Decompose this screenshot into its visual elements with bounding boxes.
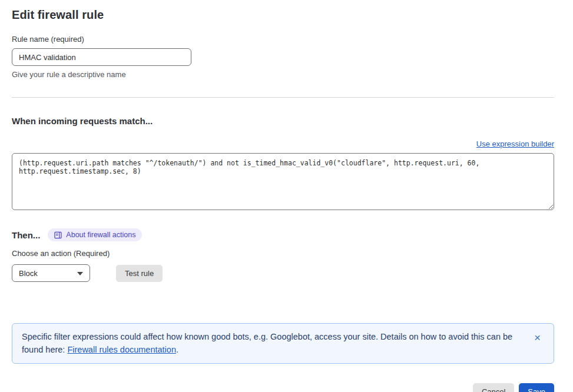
match-section-heading: When incoming requests match... — [12, 116, 554, 126]
rule-name-helper: Give your rule a descriptive name — [12, 70, 554, 79]
action-row: Block Test rule — [12, 264, 554, 282]
badge-label: About firewall actions — [66, 231, 135, 239]
then-heading: Then... — [12, 230, 40, 240]
footer-actions: Cancel Save — [12, 383, 554, 392]
use-expression-builder-link[interactable]: Use expression builder — [476, 139, 554, 148]
firewall-docs-link[interactable]: Firewall rules documentation — [67, 345, 176, 354]
rule-name-input[interactable] — [12, 48, 191, 66]
test-rule-button[interactable]: Test rule — [116, 265, 163, 282]
cancel-button[interactable]: Cancel — [473, 383, 514, 392]
then-row: Then... About firewall actions — [12, 228, 554, 241]
document-icon — [54, 231, 62, 239]
action-select[interactable]: Block — [12, 264, 90, 282]
action-select-wrap: Block — [12, 264, 90, 282]
builder-link-row: Use expression builder — [12, 138, 554, 149]
choose-action-label: Choose an action (Required) — [12, 249, 554, 258]
banner-text-period: . — [176, 345, 178, 354]
info-banner: Specific filter expressions could affect… — [12, 323, 554, 364]
about-firewall-actions-badge[interactable]: About firewall actions — [48, 228, 142, 241]
close-icon[interactable]: × — [534, 332, 541, 343]
section-divider — [12, 97, 554, 98]
page-title: Edit firewall rule — [12, 8, 554, 22]
save-button[interactable]: Save — [519, 383, 554, 392]
expression-editor[interactable]: (http.request.uri.path matches "^/tokena… — [12, 153, 554, 210]
rule-name-label: Rule name (required) — [12, 35, 554, 44]
edit-firewall-rule-page: Edit firewall rule Rule name (required) … — [0, 0, 573, 392]
